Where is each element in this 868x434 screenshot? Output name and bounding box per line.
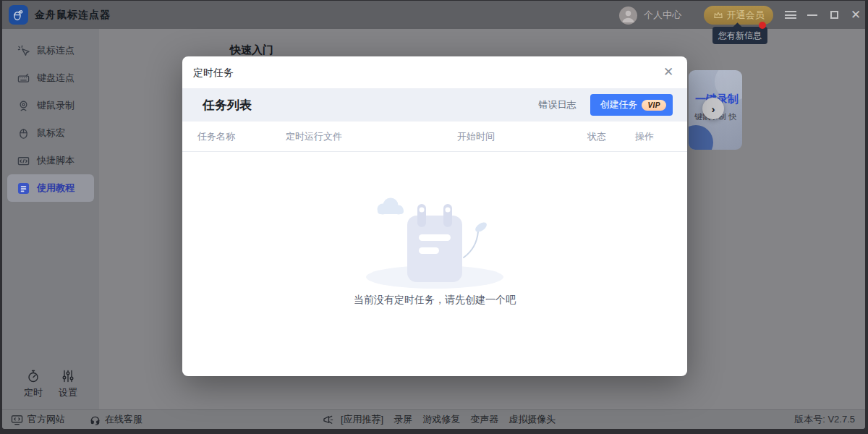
sidebar-item-mouse-clicker[interactable]: 鼠标连点 xyxy=(7,37,94,64)
sidebar-item-label: 鼠标宏 xyxy=(37,127,65,140)
promo-link-game-fix[interactable]: 游戏修复 xyxy=(422,413,460,426)
headset-icon xyxy=(90,414,101,425)
sidebar: 鼠标连点 键盘连点 键鼠录制 xyxy=(2,29,99,409)
sidebar-item-tutorial[interactable]: 使用教程 xyxy=(7,174,94,202)
sidebar-item-keyboard-clicker[interactable]: 键盘连点 xyxy=(7,64,94,92)
col-status: 状态 xyxy=(587,130,635,143)
sidebar-item-label: 使用教程 xyxy=(37,182,75,195)
notification-dot xyxy=(759,22,766,29)
task-list-toolbar: 任务列表 错误日志 创建任务 VIP xyxy=(182,88,687,122)
maximize-button[interactable] xyxy=(823,1,845,29)
app-title: 金舟鼠标连点器 xyxy=(35,1,111,29)
official-site-link[interactable]: 官方网站 xyxy=(27,413,65,426)
col-task-name: 任务名称 xyxy=(197,130,286,143)
modal-close-icon[interactable]: ✕ xyxy=(661,65,676,80)
keyboard-icon xyxy=(17,72,30,85)
error-log-link[interactable]: 错误日志 xyxy=(538,98,576,111)
col-actions: 操作 xyxy=(635,130,687,143)
sidebar-item-label: 快捷脚本 xyxy=(37,154,75,167)
timer-icon xyxy=(26,369,41,383)
sidebar-timer-tool[interactable]: 定时 xyxy=(24,369,43,399)
script-icon xyxy=(17,155,30,167)
scheduled-tasks-modal: 定时任务 ✕ 任务列表 错误日志 创建任务 VIP 任务名称 定时运行文件 开始… xyxy=(182,56,687,376)
promo-link-screen-record[interactable]: 录屏 xyxy=(393,413,412,426)
sidebar-item-label: 键盘连点 xyxy=(37,72,75,85)
tutorial-doc-icon xyxy=(17,182,30,195)
minimize-button[interactable] xyxy=(801,1,823,29)
promo-label: [应用推荐] xyxy=(341,413,383,426)
sidebar-item-label: 鼠标连点 xyxy=(37,44,75,57)
open-vip-label: 开通会员 xyxy=(727,9,765,22)
task-table-header: 任务名称 定时运行文件 开始时间 状态 操作 xyxy=(182,122,687,152)
mouse-icon xyxy=(17,127,30,140)
carousel-next-button[interactable]: › xyxy=(702,98,724,119)
mouse-click-icon xyxy=(17,45,30,57)
timer-label: 定时 xyxy=(24,386,43,399)
create-task-button[interactable]: 创建任务 VIP xyxy=(590,94,673,116)
megaphone-icon xyxy=(323,414,335,425)
task-list-title: 任务列表 xyxy=(203,97,252,114)
col-start-time: 开始时间 xyxy=(457,130,587,143)
settings-label: 设置 xyxy=(59,386,77,399)
footer-bar: 官方网站 在线客服 [应用推荐] 录屏 游戏修复 变 xyxy=(2,409,865,429)
monitor-icon xyxy=(11,414,23,425)
cloud-icon xyxy=(378,198,404,215)
settings-sliders-icon xyxy=(61,369,75,383)
sidebar-item-quick-script[interactable]: 快捷脚本 xyxy=(7,147,94,174)
version-label: 版本号: V2.7.5 xyxy=(794,410,855,429)
promo-link-virtual-camera[interactable]: 虚拟摄像头 xyxy=(509,413,556,426)
task-table-body: 当前没有定时任务，请先创建一个吧 xyxy=(182,152,687,375)
close-window-button[interactable]: ✕ xyxy=(845,1,865,29)
empty-state-illustration xyxy=(362,187,507,295)
promo-link-voice-changer[interactable]: 变声器 xyxy=(470,413,498,426)
user-center-link[interactable]: 个人中心 xyxy=(644,1,681,29)
empty-state-text: 当前没有定时任务，请先创建一个吧 xyxy=(182,294,687,307)
avatar[interactable] xyxy=(619,7,637,25)
online-service-link[interactable]: 在线客服 xyxy=(105,413,142,426)
col-file: 定时运行文件 xyxy=(286,130,457,143)
vip-badge: VIP xyxy=(642,100,666,111)
sidebar-item-record[interactable]: 键鼠录制 xyxy=(7,92,94,119)
sidebar-settings-tool[interactable]: 设置 xyxy=(59,369,77,399)
menu-icon[interactable] xyxy=(780,1,801,29)
modal-title: 定时任务 xyxy=(193,56,234,88)
sidebar-item-mouse-macro[interactable]: 鼠标宏 xyxy=(7,119,94,147)
create-task-label: 创建任务 xyxy=(600,98,637,111)
new-message-tooltip: 您有新信息 xyxy=(712,27,767,44)
sidebar-item-label: 键鼠录制 xyxy=(37,99,75,112)
quick-start-title: 快速入门 xyxy=(230,43,273,57)
crown-icon xyxy=(713,11,723,20)
app-logo-icon xyxy=(9,5,28,25)
webcam-icon xyxy=(17,100,30,112)
modal-header: 定时任务 ✕ xyxy=(182,56,687,88)
